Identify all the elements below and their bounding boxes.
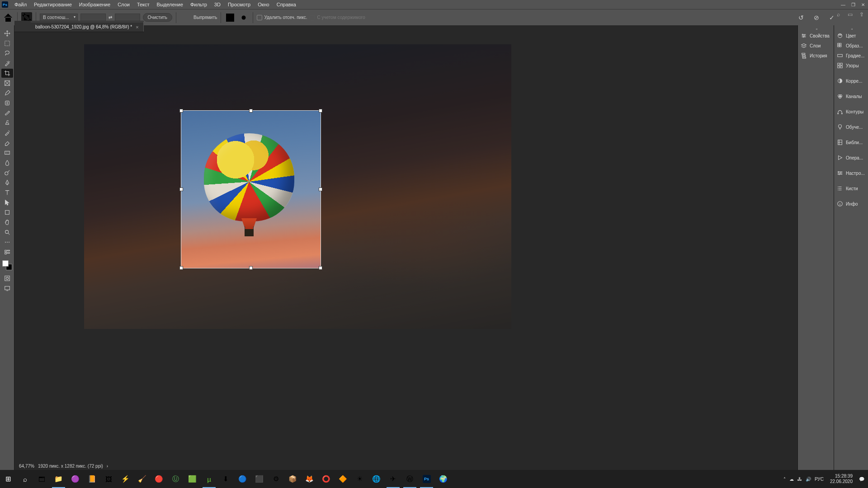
crop-width-input[interactable]: [80, 14, 106, 22]
start-button[interactable]: ⊞: [0, 470, 17, 488]
crop-tool[interactable]: [1, 69, 13, 78]
eraser-tool[interactable]: [1, 138, 13, 147]
panel-collapse-handle-2[interactable]: [834, 27, 868, 31]
swap-icon[interactable]: ⇄: [108, 15, 112, 20]
menu-help[interactable]: Справка: [273, 1, 300, 8]
taskbar-app-3[interactable]: 🟣: [67, 470, 84, 488]
straighten-icon[interactable]: [180, 12, 191, 23]
tray-language[interactable]: РУС: [815, 477, 824, 482]
reset-crop-icon[interactable]: ↺: [797, 13, 806, 22]
taskbar-photoshop[interactable]: Ps: [418, 470, 435, 488]
taskbar-app-1[interactable]: 🗔: [33, 470, 50, 488]
home-button[interactable]: [3, 12, 14, 23]
clone-stamp-tool[interactable]: [1, 118, 13, 127]
color-swatches[interactable]: [2, 260, 12, 270]
tray-network-icon[interactable]: 🖧: [797, 477, 802, 482]
search-icon[interactable]: ⌕: [835, 11, 842, 18]
panel-layers[interactable]: Слои: [798, 41, 834, 51]
healing-brush-tool[interactable]: [1, 99, 13, 108]
clear-button[interactable]: Очистить: [143, 13, 173, 22]
taskbar-app-23[interactable]: Ⓦ: [401, 470, 418, 488]
cancel-crop-icon[interactable]: ⊘: [812, 13, 821, 22]
taskbar-app-9[interactable]: Ⓤ: [167, 470, 184, 488]
menu-view[interactable]: Просмотр: [224, 1, 254, 8]
crop-handle-bc[interactable]: [249, 266, 253, 270]
crop-settings-icon[interactable]: [238, 12, 249, 23]
lasso-tool[interactable]: [1, 49, 13, 58]
content-aware-checkbox[interactable]: С учетом содержимого: [310, 15, 365, 20]
tray-chevron-icon[interactable]: ˄: [783, 477, 786, 482]
menu-window[interactable]: Окно: [254, 1, 273, 8]
type-tool[interactable]: [1, 188, 13, 197]
document-tab[interactable]: balloon-5307204_1920.jpg @ 64,8% (RGB/8#…: [31, 22, 144, 32]
crop-handle-tr[interactable]: [319, 109, 322, 113]
panel-libraries[interactable]: Библи...: [834, 137, 868, 147]
taskbar-vlc[interactable]: 🔶: [335, 470, 351, 488]
quick-mask-toggle[interactable]: [1, 274, 13, 283]
panel-info[interactable]: Инфо: [834, 199, 868, 209]
panel-gradients[interactable]: Градие...: [834, 51, 868, 61]
zoom-tool[interactable]: [1, 228, 13, 237]
taskbar-telegram[interactable]: ✈: [385, 470, 401, 488]
move-tool[interactable]: [1, 29, 13, 38]
tool-overflow[interactable]: ⋯: [1, 238, 13, 247]
path-select-tool[interactable]: [1, 198, 13, 207]
panel-channels[interactable]: Каналы: [834, 91, 868, 101]
dodge-tool[interactable]: [1, 168, 13, 177]
share-icon[interactable]: ⇪: [858, 11, 865, 18]
window-close[interactable]: ✕: [858, 0, 868, 9]
tray-volume-icon[interactable]: 🔊: [806, 477, 811, 482]
frame-tool[interactable]: [1, 79, 13, 88]
taskbar-app-8[interactable]: 🔴: [151, 470, 167, 488]
taskbar-app-13[interactable]: 🔵: [234, 470, 251, 488]
taskbar-steam[interactable]: ⚙: [268, 470, 284, 488]
window-restore[interactable]: ❐: [848, 0, 858, 9]
taskbar-explorer[interactable]: 📁: [50, 470, 67, 488]
panel-patterns[interactable]: Узоры: [834, 61, 868, 70]
rect-marquee-tool[interactable]: [1, 39, 13, 48]
delete-cropped-checkbox[interactable]: Удалить отсеч. пикс.: [257, 15, 307, 20]
search-button[interactable]: ⌕: [17, 470, 33, 488]
taskbar-utorrent[interactable]: µ: [201, 470, 217, 488]
panel-history[interactable]: История: [798, 51, 834, 61]
blur-tool[interactable]: [1, 158, 13, 167]
taskbar-firefox[interactable]: 🦊: [301, 470, 318, 488]
crop-handle-br[interactable]: [319, 266, 322, 270]
panel-properties[interactable]: Свойства: [798, 31, 834, 41]
panel-swatches[interactable]: Образ...: [834, 41, 868, 51]
crop-handle-tc[interactable]: [249, 109, 253, 113]
taskbar-app-6[interactable]: ⚡: [117, 470, 134, 488]
foreground-color[interactable]: [2, 260, 9, 267]
pen-tool[interactable]: [1, 178, 13, 187]
menu-text[interactable]: Текст: [133, 1, 153, 8]
taskbar-app-4[interactable]: 📙: [84, 470, 100, 488]
taskbar-app-10[interactable]: 🟩: [184, 470, 201, 488]
overlay-grid-icon[interactable]: [225, 12, 236, 23]
taskbar-app-14[interactable]: ⬛: [251, 470, 268, 488]
menu-image[interactable]: Изображение: [75, 1, 114, 8]
crop-height-input[interactable]: [115, 14, 140, 22]
crop-handle-mr[interactable]: [319, 188, 322, 191]
panel-collapse-handle[interactable]: [798, 27, 834, 31]
zoom-level[interactable]: 64,77%: [19, 464, 34, 469]
menu-3d[interactable]: 3D: [211, 1, 224, 8]
crop-selection[interactable]: [181, 110, 321, 268]
panel-color[interactable]: Цвет: [834, 31, 868, 41]
taskbar-app-20[interactable]: ☀: [351, 470, 368, 488]
menu-file[interactable]: Файл: [11, 1, 30, 8]
brush-tool[interactable]: [1, 108, 13, 117]
gradient-tool[interactable]: [1, 148, 13, 157]
straighten-label[interactable]: Выпрямить: [193, 15, 217, 20]
panel-adjustments[interactable]: Корре...: [834, 76, 868, 86]
panel-tool-presets[interactable]: Настро...: [834, 168, 868, 178]
canvas-area[interactable]: 64,77% 1920 пикс. x 1282 пикс. (72 ppi) …: [14, 25, 797, 470]
menu-layers[interactable]: Слои: [114, 1, 133, 8]
taskbar-app-12[interactable]: ⬇: [217, 470, 234, 488]
panel-learn[interactable]: Обуче...: [834, 122, 868, 132]
taskbar-chrome[interactable]: 🌍: [435, 470, 452, 488]
panel-brushes[interactable]: Кисти: [834, 183, 868, 193]
status-arrow-icon[interactable]: ›: [107, 464, 108, 469]
tray-cloud-icon[interactable]: ☁: [789, 477, 794, 482]
eyedropper-tool[interactable]: [1, 89, 13, 98]
workspace-icon[interactable]: ▭: [846, 11, 854, 18]
